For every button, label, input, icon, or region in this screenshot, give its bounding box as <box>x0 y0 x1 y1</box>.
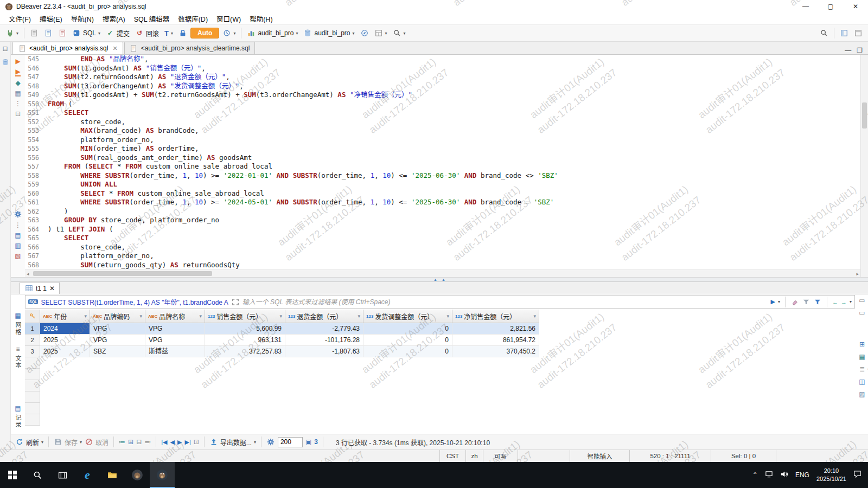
grid-view-tab[interactable]: 网格 <box>14 322 22 336</box>
new-connection-button[interactable]: ▾ <box>3 27 21 39</box>
menu-item-3[interactable]: 导航(N) <box>67 12 98 25</box>
goto-row-icon[interactable]: ⊡ <box>194 438 199 446</box>
editor-vertical-scrollbar[interactable] <box>860 55 868 277</box>
column-header[interactable]: 123发货调整金额（元）▾ <box>363 310 452 323</box>
app-button[interactable] <box>125 462 150 488</box>
action-center-icon[interactable] <box>853 470 861 480</box>
grid-corner-cell[interactable] <box>25 310 40 323</box>
scrollbar-thumb[interactable] <box>33 271 212 276</box>
execute-sql-icon[interactable]: ▶ <box>15 57 20 65</box>
error-log-icon[interactable]: ▧ <box>15 252 21 260</box>
scroll-right-arrow-icon[interactable]: ▸ <box>854 271 860 277</box>
schema-selector[interactable]: audit_bi_pro ▾ <box>301 27 356 39</box>
first-row-icon[interactable]: |◀ <box>161 439 167 446</box>
column-filter-dropdown-icon[interactable]: ▾ <box>358 313 360 319</box>
perspective-button[interactable] <box>838 27 851 39</box>
menu-item-4[interactable]: 搜索(A) <box>98 12 130 25</box>
nav-dropdown-icon[interactable]: ▾ <box>850 299 852 304</box>
apply-filter-icon[interactable]: ▶ <box>771 298 775 305</box>
close-icon[interactable]: ✕ <box>112 45 117 52</box>
forward-icon[interactable]: → <box>841 299 847 305</box>
filter-icon[interactable] <box>813 298 822 306</box>
dbeaver-taskbar-button[interactable] <box>150 462 175 488</box>
commit-button[interactable]: ✓ 提交 <box>104 27 132 40</box>
editor-tab[interactable]: <audit_bi_pro> analysis_cleartime.sql <box>124 42 256 54</box>
column-filter-dropdown-icon[interactable]: ▾ <box>139 313 142 319</box>
grid-cell[interactable]: 2025 <box>40 335 90 346</box>
refresh-button[interactable]: 刷新 ▾ <box>15 438 43 447</box>
eraser-icon[interactable] <box>790 298 799 306</box>
last-row-icon[interactable]: ▶| <box>184 439 190 446</box>
grouping-panel-icon[interactable]: ◫ <box>859 378 865 386</box>
calc-panel-icon[interactable]: ⊞ <box>859 341 865 348</box>
add-row-icon[interactable]: ≔ <box>119 438 125 446</box>
quick-search-button[interactable] <box>818 27 831 39</box>
open-sql-script-button[interactable] <box>42 27 55 39</box>
column-filter-dropdown-icon[interactable]: ▾ <box>446 313 449 319</box>
row-number[interactable]: 1 <box>25 323 40 335</box>
grid-panel-icon[interactable]: ▦ <box>15 89 21 97</box>
grid-cell[interactable]: VPG <box>90 323 145 335</box>
grid-cell[interactable]: 5,600.99 <box>205 323 285 335</box>
taskbar-search-button[interactable] <box>25 462 50 488</box>
grid-cell[interactable]: 2025 <box>40 346 90 357</box>
task-view-button[interactable] <box>50 462 75 488</box>
grid-cell[interactable]: 370,450.2 <box>452 346 539 357</box>
minimize-button[interactable]: — <box>793 0 818 13</box>
record-view-icon[interactable]: ▤ <box>15 404 21 412</box>
explain-plan-icon[interactable]: ◆ <box>15 79 20 87</box>
start-button[interactable] <box>0 462 25 488</box>
next-row-icon[interactable]: ▶ <box>177 439 182 446</box>
database-navigator-icon[interactable] <box>1 58 10 67</box>
editor-panel-icon[interactable]: ⊡ <box>15 110 21 118</box>
editor-horizontal-scrollbar[interactable]: ◂ ▸ <box>25 269 860 277</box>
menu-item-7[interactable]: 窗口(W) <box>212 12 245 25</box>
ie-button[interactable]: e <box>75 462 100 488</box>
close-button[interactable]: ✕ <box>843 0 868 13</box>
results-grid[interactable]: ABC年份▾ABC品牌编码▾ABC品牌名称▾123销售金额（元）▾123退货金额… <box>25 310 856 434</box>
menu-item-1[interactable]: 文件(F) <box>4 12 35 25</box>
column-filter-dropdown-icon[interactable]: ▾ <box>199 313 202 319</box>
settings-gear-icon[interactable] <box>14 210 22 219</box>
save-button[interactable]: 保存 ▾ <box>54 438 82 447</box>
grid-cell[interactable]: 0 <box>363 323 452 335</box>
delete-row-icon[interactable]: ⊟ <box>136 438 142 446</box>
filter-settings-icon[interactable] <box>802 298 810 306</box>
grid-cell[interactable]: 861,954.72 <box>452 335 539 346</box>
log-panel-icon[interactable]: ▥ <box>15 242 21 249</box>
auto-commit-button[interactable]: Auto <box>190 28 219 38</box>
grid-cell[interactable]: -1,807.63 <box>285 346 363 357</box>
column-filter-dropdown-icon[interactable]: ▾ <box>279 313 282 319</box>
new-sql-editor-button[interactable] <box>28 27 41 39</box>
grid-view-icon[interactable]: ▦ <box>15 312 21 319</box>
grid-cell[interactable]: -101,176.28 <box>285 335 363 346</box>
grid-cell[interactable]: 0 <box>363 346 452 357</box>
column-header[interactable]: ABC品牌编码▾ <box>90 310 145 323</box>
grid-cell[interactable]: 2024 <box>40 323 90 335</box>
grid-cell[interactable]: 963,131 <box>205 335 285 346</box>
maximize-button[interactable]: ▢ <box>818 0 843 13</box>
hidden-icons-chevron-icon[interactable]: ⌃ <box>752 471 758 479</box>
text-view-icon[interactable]: ≡ <box>16 345 20 353</box>
column-filter-dropdown-icon[interactable]: ▾ <box>533 313 536 319</box>
grid-cell[interactable]: 372,257.83 <box>205 346 285 357</box>
execute-script-icon[interactable]: ▶ <box>15 68 20 76</box>
code-area[interactable]: 545 END AS "品牌名称",546 SUM(t1.goodsAmt) A… <box>25 55 860 269</box>
scrollbar-thumb[interactable] <box>862 102 867 129</box>
lock-button[interactable] <box>176 27 189 39</box>
export-data-button[interactable]: 导出数据... ▾ <box>209 438 256 447</box>
menu-item-6[interactable]: 数据库(D) <box>174 12 212 25</box>
scroll-left-arrow-icon[interactable]: ◂ <box>25 271 31 277</box>
search-dropdown[interactable]: ▾ <box>391 27 408 39</box>
metadata-panel-icon[interactable]: ≣ <box>859 365 865 373</box>
editor-results-splitter[interactable]: ▲▲ <box>11 277 868 282</box>
grid-cell[interactable]: VPG <box>90 335 145 346</box>
editor-tab[interactable]: <audit_bi_pro> analysis.sql✕ <box>12 42 123 54</box>
grid-settings-gear-icon[interactable] <box>266 438 275 446</box>
text-view-tab[interactable]: 文本 <box>14 355 22 369</box>
menu-item-2[interactable]: 编辑(E) <box>35 12 67 25</box>
record-view-tab[interactable]: 记录 <box>14 414 22 428</box>
previous-row-icon[interactable]: ◀ <box>170 439 175 446</box>
filter-expression-input[interactable] <box>242 298 768 306</box>
expand-icon[interactable] <box>231 298 240 306</box>
